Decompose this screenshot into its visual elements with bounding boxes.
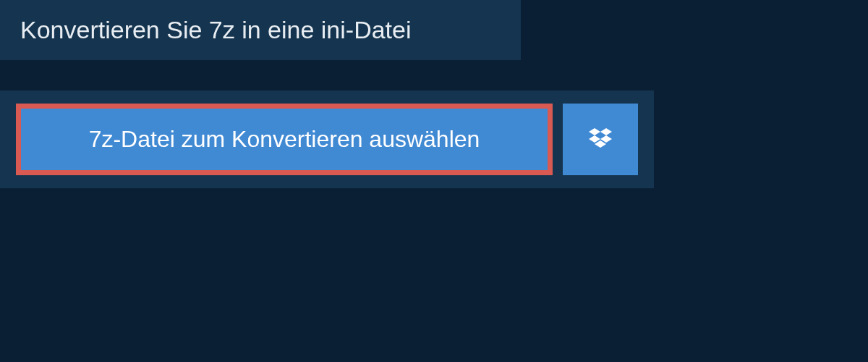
select-file-button[interactable]: 7z-Datei zum Konvertieren auswählen — [21, 109, 548, 170]
page-title: Konvertieren Sie 7z in eine ini-Datei — [20, 16, 501, 44]
title-bar: Konvertieren Sie 7z in eine ini-Datei — [0, 0, 521, 60]
select-button-highlight: 7z-Datei zum Konvertieren auswählen — [16, 104, 553, 175]
dropbox-icon — [586, 125, 615, 154]
dropbox-button[interactable] — [563, 104, 638, 175]
upload-section: 7z-Datei zum Konvertieren auswählen — [0, 90, 654, 188]
